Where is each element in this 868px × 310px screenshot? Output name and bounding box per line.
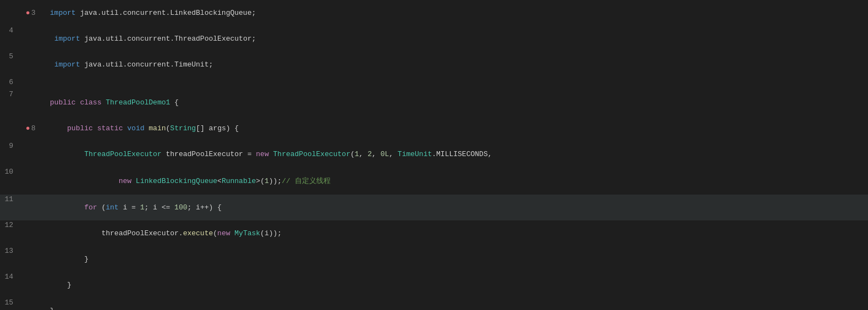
line-content-10: new LinkedBlockingQueue<Runnable>(1));//… [22,168,868,194]
code-line-13: 13 } [0,246,868,272]
code-line-4: 4 import java.util.concurrent.ThreadPool… [0,26,868,52]
line-content-9: ThreadPoolExecutor threadPoolExecutor = … [22,142,868,167]
line-content-8: public static void main(String[] args) { [22,116,868,141]
line-number-4: 4 [0,26,22,35]
line-content-15: } [22,298,868,310]
code-line-11: 11 for (int i = 1; i <= 100; i++) { [0,195,868,220]
line-number-5: 5 [0,52,22,60]
line-number-15: 15 [0,298,22,307]
code-line-8: ●8 public static void main(String[] args… [0,115,868,141]
line-content-7: public class ThreadPoolDemo1 { [22,90,868,115]
line-number-3: ●3 [0,1,22,25]
line-content-14: } [22,273,868,297]
line-content-3: import java.util.concurrent.LinkedBlocki… [22,1,868,25]
line-content-13: } [22,247,868,272]
code-line-15: 15 } [0,298,868,310]
line-content-4: import java.util.concurrent.ThreadPoolEx… [22,26,868,51]
line-number-13: 13 [0,247,22,255]
line-number-11: 11 [0,195,22,203]
line-number-14: 14 [0,273,22,281]
code-line-12: 12 threadPoolExecutor.execute(new MyTask… [0,220,868,246]
code-line-3: ●3 import java.util.concurrent.LinkedBlo… [0,0,868,26]
code-line-7: 7 public class ThreadPoolDemo1 { [0,90,868,115]
line-content-5: import java.util.concurrent.TimeUnit; [22,52,868,77]
line-content-11: for (int i = 1; i <= 100; i++) { [22,195,868,220]
code-line-9: 9 ThreadPoolExecutor threadPoolExecutor … [0,141,868,167]
line-number-9: 9 [0,142,22,150]
code-line-5: 5 import java.util.concurrent.TimeUnit; [0,52,868,78]
code-line-10: 10 new LinkedBlockingQueue<Runnable>(1))… [0,167,868,195]
code-editor: ●3 import java.util.concurrent.LinkedBlo… [0,0,868,310]
code-line-14: 14 } [0,272,868,298]
line-number-12: 12 [0,221,22,229]
line-content-12: threadPoolExecutor.execute(new MyTask(i)… [22,221,868,246]
line-number-10: 10 [0,168,22,176]
code-line-6: 6 [0,78,868,90]
line-number-7: 7 [0,90,22,98]
line-number-8: ●8 [0,116,22,141]
line-number-6: 6 [0,78,22,86]
